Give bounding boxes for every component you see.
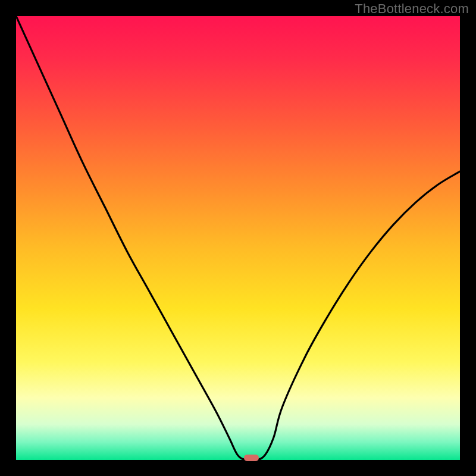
watermark-text: TheBottleneck.com (355, 1, 469, 17)
sweet-spot-marker (244, 455, 259, 461)
plot-area (16, 16, 460, 460)
bottleneck-curve (16, 16, 460, 460)
